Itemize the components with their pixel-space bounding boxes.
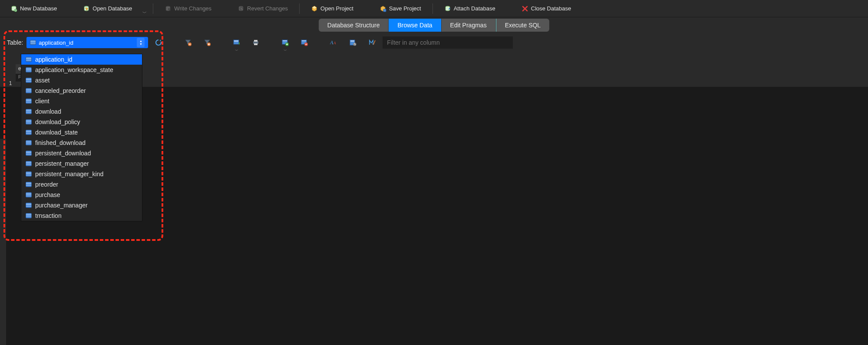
open-database-chevron-icon[interactable]: ﹀ xyxy=(142,10,147,17)
grid-gutter xyxy=(0,139,6,345)
dropdown-item[interactable]: download xyxy=(21,106,142,117)
dropdown-item[interactable]: finished_download xyxy=(21,138,142,148)
tab-edit-pragmas[interactable]: Edit Pragmas xyxy=(442,19,496,32)
revert-changes-icon xyxy=(238,5,244,12)
dropdown-item[interactable]: persistent_manager xyxy=(21,158,142,169)
revert-changes-label: Revert Changes xyxy=(247,5,288,12)
open-project-icon xyxy=(311,5,318,12)
dropdown-item[interactable]: purchase xyxy=(21,190,142,200)
save-project-button[interactable]: Save Project xyxy=(374,3,426,14)
main-tabs: Database Structure Browse Data Edit Prag… xyxy=(319,19,549,32)
svg-rect-18 xyxy=(302,40,306,41)
open-database-button[interactable]: Open Database xyxy=(78,3,137,14)
svg-rect-13 xyxy=(254,43,257,45)
close-database-button[interactable]: Close Database xyxy=(516,3,577,14)
close-icon xyxy=(521,5,528,12)
table-icon xyxy=(26,57,32,62)
tab-execute-sql[interactable]: Execute SQL xyxy=(496,19,550,32)
svg-rect-15 xyxy=(283,40,287,41)
main-toolbar: New Database Open Database ﹀ Write Chang… xyxy=(0,0,868,17)
dropdown-item[interactable]: canceled_preorder xyxy=(21,85,142,96)
attach-database-label: Attach Database xyxy=(454,5,495,12)
close-database-label: Close Database xyxy=(531,5,571,12)
write-changes-label: Write Changes xyxy=(174,5,211,12)
database-open-icon xyxy=(83,5,90,12)
attach-database-button[interactable]: Attach Database xyxy=(439,3,501,14)
tab-database-structure[interactable]: Database Structure xyxy=(319,19,389,32)
database-new-icon xyxy=(10,5,17,12)
tab-browse-data[interactable]: Browse Data xyxy=(389,19,441,32)
open-database-label: Open Database xyxy=(92,5,132,12)
dropdown-item[interactable]: persistent_manager_kind xyxy=(21,169,142,179)
save-project-label: Save Project xyxy=(389,5,421,12)
dropdown-item[interactable]: preorder xyxy=(21,179,142,190)
tabs-row: Database Structure Browse Data Edit Prag… xyxy=(0,17,868,33)
table-icon xyxy=(26,78,32,83)
print-button[interactable] xyxy=(247,35,264,50)
dropdown-item[interactable]: download_state xyxy=(21,127,142,138)
svg-text:A: A xyxy=(330,39,333,46)
open-project-label: Open Project xyxy=(320,5,353,12)
table-icon xyxy=(26,109,32,114)
table-icon xyxy=(26,182,32,187)
table-icon xyxy=(26,119,32,125)
dropdown-item[interactable]: purchase_manager xyxy=(21,200,142,210)
toolbar-separator xyxy=(432,3,433,14)
table-icon xyxy=(26,140,32,145)
dropdown-item[interactable]: download_policy xyxy=(21,117,142,127)
table-icon xyxy=(26,88,32,93)
dropdown-item[interactable]: client xyxy=(21,96,142,106)
table-icon xyxy=(26,192,32,197)
svg-text:A: A xyxy=(333,41,336,45)
dropdown-item[interactable]: application_id xyxy=(21,54,142,65)
dropdown-item[interactable]: persistent_download xyxy=(21,148,142,158)
new-database-button[interactable]: New Database xyxy=(5,3,62,14)
font-button[interactable]: AA xyxy=(325,35,343,50)
dropdown-item[interactable]: asset xyxy=(21,75,142,85)
save-project-icon xyxy=(380,5,386,12)
svg-rect-5 xyxy=(383,9,386,12)
table-icon xyxy=(26,99,32,104)
browse-toolbar: Table: application_id ▲▼ ﹀ ﹀ AA xyxy=(0,33,868,52)
clear-filters-button[interactable] xyxy=(179,35,197,50)
table-icon xyxy=(26,67,32,72)
svg-rect-10 xyxy=(234,40,238,42)
insert-record-button[interactable]: ﹀ xyxy=(277,35,294,50)
format-button[interactable] xyxy=(344,35,362,50)
new-database-label: New Database xyxy=(20,5,57,12)
toolbar-separator xyxy=(153,3,153,14)
table-select[interactable]: application_id ▲▼ xyxy=(26,37,148,48)
table-icon xyxy=(26,171,32,177)
toolbar-separator xyxy=(299,3,300,14)
attach-database-icon xyxy=(444,5,451,12)
write-changes-button: Write Changes xyxy=(159,3,217,14)
svg-rect-23 xyxy=(350,40,354,42)
dropdown-item[interactable]: application_workspace_state xyxy=(21,65,142,75)
open-project-button[interactable]: Open Project xyxy=(306,3,359,14)
conditional-format-button[interactable] xyxy=(363,35,381,50)
table-icon xyxy=(26,151,32,156)
filter-input[interactable] xyxy=(383,36,513,49)
table-icon xyxy=(26,203,32,208)
export-button[interactable]: ﹀ xyxy=(228,35,245,50)
write-changes-icon xyxy=(165,5,172,12)
save-filter-button[interactable] xyxy=(198,35,216,50)
table-select-value: application_id xyxy=(39,39,73,46)
table-label: Table: xyxy=(7,39,23,46)
select-chevrons-icon: ▲▼ xyxy=(137,38,145,47)
table-icon xyxy=(26,213,32,218)
table-icon xyxy=(30,40,36,45)
svg-rect-12 xyxy=(254,40,257,42)
table-icon xyxy=(26,161,32,166)
refresh-button[interactable] xyxy=(150,35,167,50)
dropdown-item[interactable]: trnsaction xyxy=(21,210,142,221)
delete-record-button[interactable] xyxy=(296,35,313,50)
table-icon xyxy=(26,130,32,135)
revert-changes-button: Revert Changes xyxy=(232,3,293,14)
table-dropdown-panel: application_id application_workspace_sta… xyxy=(21,54,142,221)
